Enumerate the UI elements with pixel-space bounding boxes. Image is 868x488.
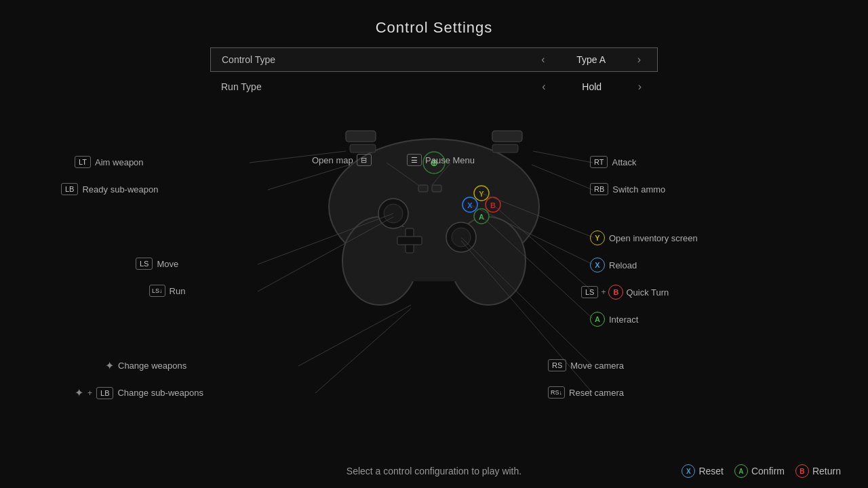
svg-line-37: [470, 205, 593, 264]
confirm-label: Confirm: [751, 466, 785, 476]
rb-badge: RB: [590, 183, 608, 195]
run-type-next[interactable]: ›: [633, 81, 647, 93]
svg-point-18: [462, 197, 477, 212]
run-type-row[interactable]: Run Type ‹ Hold ›: [210, 75, 658, 99]
ls-badge-qt: LS: [581, 286, 598, 298]
svg-rect-25: [432, 185, 441, 192]
svg-rect-7: [492, 144, 518, 152]
svg-rect-5: [492, 131, 522, 142]
lb-badge-sub: LB: [96, 387, 113, 399]
pause-menu-label: ☰ Pause Menu: [407, 154, 475, 166]
control-type-prev[interactable]: ‹: [536, 54, 550, 66]
svg-point-20: [486, 197, 500, 212]
y-badge: Y: [590, 230, 605, 245]
reset-camera-label: RS↓ Reset camera: [548, 386, 624, 399]
confirm-a-badge: A: [734, 464, 748, 478]
svg-point-1: [342, 217, 417, 305]
svg-point-2: [451, 217, 526, 305]
control-type-row[interactable]: Control Type ‹ Type A ›: [210, 47, 658, 72]
svg-line-39: [481, 216, 593, 319]
svg-text:Y: Y: [479, 190, 484, 198]
return-b-badge: B: [795, 464, 809, 478]
rs-badge-move: RS: [548, 359, 566, 371]
svg-point-10: [378, 199, 408, 228]
reset-action[interactable]: X Reset: [682, 464, 724, 478]
reload-label: X Reload: [590, 258, 637, 272]
run-type-label: Run Type: [221, 81, 536, 92]
svg-point-13: [452, 228, 471, 247]
svg-line-31: [315, 308, 411, 393]
svg-line-30: [298, 305, 411, 366]
ls-badge-move: LS: [136, 258, 153, 270]
controller-area: ⊕ Y X B A: [0, 105, 868, 437]
bottom-actions: X Reset A Confirm B Return: [682, 464, 841, 478]
open-map-label: Open map ⊟: [312, 154, 372, 166]
svg-point-11: [384, 204, 403, 223]
reset-label: Reset: [698, 466, 724, 476]
svg-line-28: [258, 214, 393, 264]
svg-rect-24: [418, 185, 428, 192]
lt-badge: LT: [75, 156, 91, 168]
svg-line-38: [493, 205, 593, 291]
move-camera-label: RS Move camera: [548, 359, 624, 371]
return-label: Return: [812, 466, 841, 476]
menu-badge: ☰: [407, 154, 422, 166]
page-title: Control Settings: [0, 0, 868, 37]
interact-label: A Interact: [590, 312, 638, 327]
control-type-value: Type A: [551, 54, 632, 65]
ls-badge-run: LS↓: [149, 285, 165, 297]
a-badge: A: [590, 312, 605, 327]
confirm-action[interactable]: A Confirm: [734, 464, 785, 478]
b-badge: B: [608, 285, 623, 300]
lb-badge-left: LB: [61, 183, 78, 195]
svg-line-27: [268, 165, 350, 190]
svg-rect-15: [397, 237, 422, 245]
svg-point-12: [446, 222, 476, 252]
svg-rect-6: [350, 144, 376, 152]
svg-line-35: [532, 165, 593, 190]
run-type-value: Hold: [551, 81, 633, 92]
bottom-bar: Select a control configuration to play w…: [0, 454, 868, 488]
svg-rect-4: [346, 131, 376, 142]
svg-text:A: A: [479, 213, 484, 221]
svg-line-29: [258, 217, 393, 291]
attack-label: RT Attack: [590, 156, 637, 168]
svg-text:B: B: [490, 201, 496, 209]
rs-badge-reset: RS↓: [548, 386, 565, 399]
svg-text:X: X: [467, 201, 473, 209]
run-label: Run LS↓: [149, 285, 185, 297]
settings-area: Control Type ‹ Type A › Run Type ‹ Hold …: [0, 47, 868, 99]
control-type-next[interactable]: ›: [632, 54, 646, 66]
svg-line-36: [481, 193, 593, 237]
reset-x-badge: X: [682, 464, 695, 478]
svg-line-40: [461, 237, 593, 366]
switch-ammo-label: RB Switch ammo: [590, 183, 665, 195]
ready-sub-weapon-label: Ready sub-weapon LB: [61, 183, 159, 195]
map-badge: ⊟: [357, 154, 372, 166]
svg-point-16: [474, 186, 489, 201]
x-badge: X: [590, 258, 605, 272]
svg-point-22: [474, 209, 489, 224]
svg-line-34: [533, 151, 593, 163]
control-type-label: Control Type: [222, 54, 536, 65]
quick-turn-label: LS + B Quick Turn: [581, 285, 669, 300]
svg-rect-14: [406, 228, 414, 253]
open-inventory-label: Y Open inventory screen: [590, 230, 698, 245]
svg-rect-3: [378, 227, 489, 281]
change-weapons-label: Change weapons ✦: [105, 359, 186, 372]
rt-badge: RT: [590, 156, 608, 168]
change-sub-weapons-label: Change sub-weapons LB + ✦: [75, 386, 203, 399]
move-label: Move LS: [136, 258, 178, 270]
run-type-prev[interactable]: ‹: [536, 81, 551, 93]
aim-weapon-label: Aim weapon LT: [75, 156, 144, 168]
return-action[interactable]: B Return: [795, 464, 841, 478]
